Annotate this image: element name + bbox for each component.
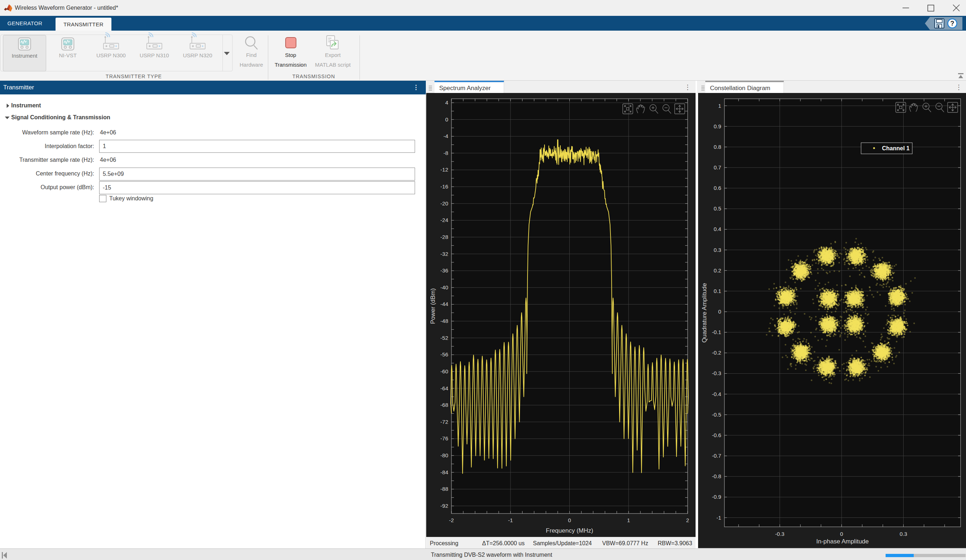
svg-text:-92: -92 [440, 503, 448, 509]
svg-text:0.7: 0.7 [714, 164, 721, 170]
svg-text:-36: -36 [440, 267, 448, 273]
svg-text:-76: -76 [440, 435, 448, 441]
svg-text:-12: -12 [440, 167, 448, 173]
svg-text:-28: -28 [440, 234, 448, 240]
svg-text:0.1: 0.1 [714, 288, 721, 294]
svg-text:-64: -64 [440, 385, 448, 391]
svg-text:In-phase Amplitude: In-phase Amplitude [816, 538, 869, 545]
svg-text:-8: -8 [444, 150, 448, 156]
svg-text:0.2: 0.2 [714, 267, 721, 273]
svg-text:0.9: 0.9 [714, 123, 721, 129]
svg-text:-80: -80 [440, 452, 448, 458]
svg-text:-40: -40 [440, 284, 448, 290]
svg-text:Power (dBm): Power (dBm) [429, 288, 436, 324]
svg-text:1: 1 [718, 103, 721, 109]
svg-text:-0.4: -0.4 [712, 391, 721, 397]
svg-text:-48: -48 [440, 318, 448, 324]
svg-text:1: 1 [627, 517, 630, 523]
svg-text:-0.8: -0.8 [712, 473, 721, 479]
svg-text:-20: -20 [440, 200, 448, 206]
svg-text:0.8: 0.8 [714, 144, 721, 150]
svg-text:0: 0 [445, 116, 448, 123]
svg-text:Quadrature Amplitude: Quadrature Amplitude [701, 283, 708, 342]
svg-text:-0.2: -0.2 [712, 350, 721, 356]
svg-text:0: 0 [718, 308, 721, 314]
svg-text:-60: -60 [440, 368, 448, 374]
svg-text:-1: -1 [716, 514, 721, 521]
svg-text:0: 0 [840, 531, 843, 537]
svg-text:-0.6: -0.6 [712, 432, 721, 438]
svg-text:0.6: 0.6 [714, 185, 721, 191]
svg-text:-0.5: -0.5 [712, 411, 721, 418]
svg-text:0: 0 [568, 517, 571, 523]
svg-text:-0.9: -0.9 [712, 494, 721, 500]
svg-text:Frequency (MHz): Frequency (MHz) [546, 527, 593, 534]
svg-text:Channel 1: Channel 1 [882, 145, 910, 151]
svg-text:-52: -52 [440, 335, 448, 341]
svg-text:-16: -16 [440, 183, 448, 190]
svg-text:-0.7: -0.7 [712, 453, 721, 459]
svg-text:-0.3: -0.3 [712, 370, 721, 376]
svg-text:-4: -4 [444, 133, 448, 139]
svg-text:-84: -84 [440, 469, 448, 475]
svg-text:-68: -68 [440, 402, 448, 408]
svg-text:?: ? [951, 20, 955, 27]
svg-text:0.3: 0.3 [900, 531, 907, 537]
svg-text:-88: -88 [440, 486, 448, 492]
svg-text:0.5: 0.5 [714, 205, 721, 211]
svg-text:-0.3: -0.3 [775, 531, 785, 537]
svg-text:-24: -24 [440, 217, 448, 223]
svg-text:-44: -44 [440, 301, 448, 307]
svg-text:-56: -56 [440, 351, 448, 357]
svg-text:-72: -72 [440, 419, 448, 425]
svg-text:4: 4 [445, 100, 448, 106]
svg-text:2: 2 [686, 517, 689, 523]
svg-text:0.4: 0.4 [714, 226, 721, 232]
svg-text:-32: -32 [440, 251, 448, 257]
svg-text:-0.1: -0.1 [712, 329, 721, 335]
svg-text:-2: -2 [449, 517, 453, 523]
svg-text:-1: -1 [508, 517, 513, 523]
svg-text:0.3: 0.3 [714, 247, 721, 253]
